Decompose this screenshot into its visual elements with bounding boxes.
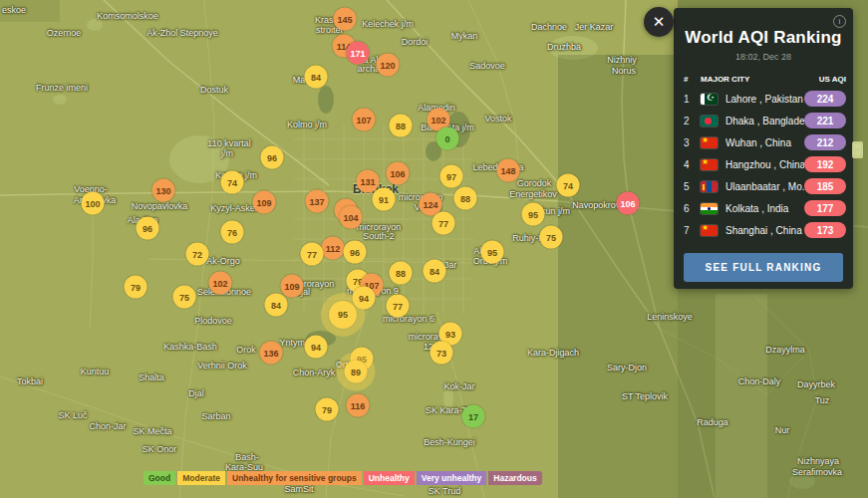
aqi-marker[interactable]: 79 [316, 398, 339, 421]
aqi-marker[interactable]: 79 [125, 276, 147, 299]
map-place-label: 110 kvartal [207, 138, 250, 148]
aqi-marker[interactable]: 77 [387, 295, 410, 318]
aqi-marker[interactable]: 95 [329, 301, 357, 329]
map-place-label: ST Teplovik [622, 391, 668, 401]
bd-flag-icon [701, 116, 718, 126]
ranking-row[interactable]: 4Hangzhou , China192 [674, 153, 853, 175]
map-place-label: SK Luč [58, 410, 87, 420]
aqi-marker[interactable]: 75 [173, 286, 196, 309]
aqi-marker[interactable]: 97 [440, 165, 463, 188]
aqi-marker[interactable]: 102 [209, 272, 232, 295]
ranking-row[interactable]: 2Dhaka , Bangladesh221 [674, 110, 853, 131]
aqi-badge: 221 [804, 113, 846, 128]
map-place-label: Kyzyl-Asker [210, 203, 258, 213]
ranking-rank: 4 [684, 159, 701, 170]
map-place-label: eskoe [2, 5, 26, 15]
ranking-row[interactable]: 3Wuhan , China212 [674, 131, 853, 153]
aqi-marker[interactable]: 17 [462, 405, 485, 428]
rank-column-header: # [684, 75, 701, 84]
aqi-marker[interactable]: 100 [82, 192, 105, 215]
ranking-header-row: # MAJOR CITY US AQI [674, 75, 853, 88]
aqi-marker[interactable]: 84 [305, 66, 328, 89]
city-column-header: MAJOR CITY [701, 75, 819, 84]
aqi-marker[interactable]: 136 [260, 342, 283, 365]
aqi-badge: 224 [804, 91, 846, 107]
ranking-row[interactable]: 6Kolkata , India177 [674, 197, 853, 219]
aqi-marker[interactable]: 77 [301, 243, 324, 266]
aqi-marker[interactable]: 88 [390, 115, 413, 137]
aqi-marker[interactable]: 106 [617, 192, 640, 215]
aqi-marker[interactable]: 171 [347, 42, 370, 65]
aqi-badge: 173 [804, 222, 846, 238]
map-place-label: Sary-Djon [607, 363, 647, 373]
map-place-label: Kara-Djigach [527, 348, 579, 358]
legend-item-moderate: Moderate [177, 471, 225, 485]
aqi-marker[interactable]: 95 [522, 203, 545, 226]
ranking-row[interactable]: 7Shanghai , China173 [674, 219, 853, 241]
aqi-marker[interactable]: 73 [431, 342, 453, 365]
info-icon[interactable]: i [833, 15, 846, 28]
map-place-label: SK Trud [429, 486, 461, 496]
aqi-marker[interactable]: 95 [481, 241, 504, 264]
aqi-marker[interactable]: 130 [152, 179, 175, 202]
aqi-marker[interactable]: 72 [186, 243, 209, 266]
ranking-rank: 5 [684, 181, 701, 192]
aqi-marker[interactable]: 88 [390, 262, 413, 285]
map-place-label: Kok-Jar [443, 381, 474, 391]
map-place-label: Chon-Daly [738, 376, 781, 386]
aqi-marker[interactable]: 145 [334, 8, 357, 31]
aqi-marker[interactable]: 74 [557, 174, 580, 197]
aqi-badge: 185 [804, 178, 846, 194]
ranking-rank: 2 [684, 116, 701, 126]
map-place-label: Serafimovka [792, 467, 842, 477]
aqi-marker[interactable]: 112 [322, 237, 345, 260]
ranking-row[interactable]: 1Lahore , Pakistan224 [674, 88, 853, 110]
aqi-marker[interactable]: 106 [387, 162, 410, 185]
map-place-label: Dayyrbek [797, 379, 835, 389]
map-place-label: Mykan [451, 31, 478, 41]
aqi-marker[interactable]: 84 [265, 294, 288, 317]
aqi-marker[interactable]: 148 [497, 159, 520, 182]
aqi-marker[interactable]: 75 [540, 226, 563, 249]
map-place-label: Shalta [139, 373, 164, 382]
close-icon[interactable]: ✕ [644, 7, 674, 37]
aqi-marker[interactable]: 104 [340, 206, 363, 229]
aqi-marker[interactable]: 116 [347, 394, 370, 417]
aqi-marker[interactable]: 84 [424, 260, 446, 283]
map-place-label: j/m [221, 148, 233, 158]
aqi-marker[interactable]: 0 [436, 127, 459, 150]
map-place-label: Energetikov [509, 189, 557, 199]
map-place-label: Komsomolskoe [97, 11, 158, 21]
aqi-marker[interactable]: 74 [221, 171, 244, 194]
map-place-label: Druzhba [547, 42, 581, 52]
aqi-marker[interactable]: 96 [344, 241, 367, 264]
aqi-marker[interactable]: 76 [221, 221, 244, 244]
cn-flag-icon [701, 159, 718, 170]
aqi-marker[interactable]: 137 [306, 190, 329, 213]
aqi-marker[interactable]: 120 [377, 54, 400, 77]
aqi-map-app: eskoeKomsomolskoeOzernoeAk-Zhol Stepnoye… [0, 0, 868, 498]
aqi-marker[interactable]: 96 [261, 146, 284, 169]
ranking-city: Ulaanbaatar , Mo... [725, 181, 804, 192]
aqi-marker[interactable]: 109 [281, 275, 304, 298]
aqi-marker[interactable]: 94 [305, 336, 328, 359]
aqi-marker[interactable]: 96 [137, 217, 159, 240]
map-place-label: Ak-Orgo [206, 256, 240, 266]
aqi-marker[interactable]: 107 [353, 109, 376, 131]
aqi-marker[interactable]: 89 [345, 361, 368, 383]
map-place-label: Frunze imeni [36, 83, 88, 93]
aqi-marker[interactable]: 109 [253, 191, 276, 214]
ranking-row[interactable]: 5Ulaanbaatar , Mo...185 [674, 175, 853, 197]
legend-item-usg: Unhealthy for sensitive groups [227, 471, 362, 485]
see-full-ranking-button[interactable]: SEE FULL RANKING [684, 253, 843, 282]
aqi-marker[interactable]: 91 [373, 188, 396, 211]
aqi-marker[interactable]: 77 [433, 212, 455, 235]
in-flag-icon [701, 203, 718, 214]
pk-flag-icon [701, 94, 718, 105]
ranking-city: Hangzhou , China [725, 159, 804, 170]
map-place-label: Nur [775, 425, 790, 435]
aqi-marker[interactable]: 88 [454, 187, 477, 210]
map-place-label: Kuntuu [81, 367, 110, 376]
map-place-label: Plodovoe [194, 316, 232, 326]
ranking-city: Wuhan , China [725, 137, 804, 148]
